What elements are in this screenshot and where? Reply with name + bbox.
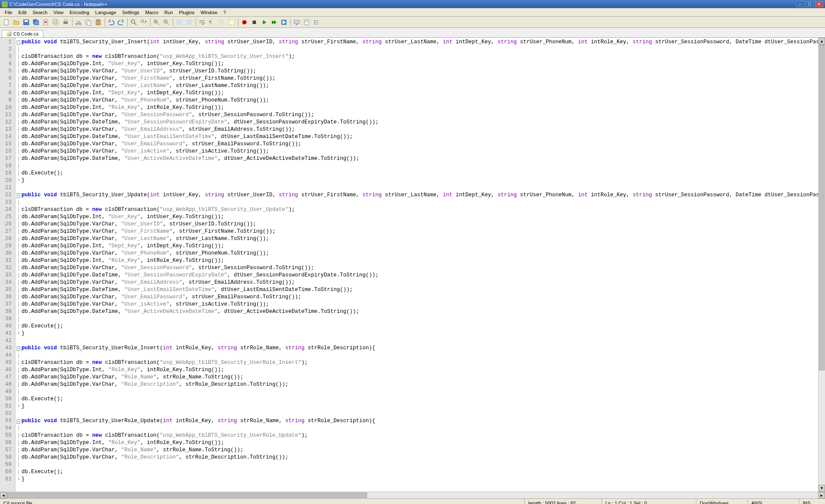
monitor-icon[interactable] [292,18,301,27]
show-all-icon[interactable]: ¶ [207,18,217,27]
scroll-thumb-v[interactable] [819,45,825,370]
code-line[interactable]: db.AddParam(SqlDbType.VarChar, "User_isA… [21,148,818,155]
code-line[interactable]: db.AddParam(SqlDbType.DateTime, "User_La… [21,286,818,294]
code-line[interactable]: db.AddParam(SqlDbType.VarChar, "User_Ses… [21,264,818,272]
save-all-icon[interactable] [31,18,41,27]
menu-plugins[interactable]: Plugins [176,9,198,16]
cut-icon[interactable] [74,18,83,27]
open-icon[interactable] [12,18,21,27]
code-line[interactable] [21,388,818,396]
close-all-icon[interactable] [51,18,60,27]
code-line[interactable]: db.AddParam(SqlDbType.DateTime, "User_Se… [21,272,818,279]
copy-icon[interactable] [84,18,93,27]
code-line[interactable]: db.AddParam(SqlDbType.Int, "Role_Key", i… [21,366,818,374]
menu-view[interactable]: View [51,9,67,16]
indent-guide-icon[interactable] [217,18,226,27]
code-line[interactable]: db.AddParam(SqlDbType.VarChar, "Role_Des… [21,454,818,461]
undo-icon[interactable] [106,18,116,27]
menu-window[interactable]: Window [198,9,220,16]
code-line[interactable] [21,46,818,53]
scroll-thumb-h[interactable] [7,492,367,498]
sync-v-icon[interactable] [175,18,184,27]
print-icon[interactable] [61,18,70,27]
close-button[interactable]: ✕ [815,1,823,7]
code-line[interactable]: clsDBTransaction db = new clsDBTransacti… [21,432,818,439]
menu-run[interactable]: Run [161,9,176,16]
code-line[interactable]: db.AddParam(SqlDbType.DateTime, "User_Se… [21,119,818,126]
code-line[interactable]: db.AddParam(SqlDbType.VarChar, "Role_Nam… [21,447,818,454]
menu-encoding[interactable]: Encoding [66,9,92,16]
code-line[interactable]: db.AddParam(SqlDbType.VarChar, "User_Ema… [21,126,818,133]
code-line[interactable]: db.AddParam(SqlDbType.Int, "Role_Key", i… [21,257,818,264]
code-line[interactable]: db.AddParam(SqlDbType.DateTime, "User_Ac… [21,155,818,162]
replace-icon[interactable] [139,18,148,27]
code-line[interactable]: clsDBTransaction db = new clsDBTransacti… [21,359,818,366]
zoom-out-icon[interactable] [162,18,171,27]
new-icon[interactable] [2,18,11,27]
code-line[interactable]: db.AddParam(SqlDbType.Int, "User_Key", i… [21,60,818,68]
zoom-in-icon[interactable] [152,18,161,27]
code-line[interactable]: db.AddParam(SqlDbType.VarChar, "Role_Des… [21,381,818,388]
paste-icon[interactable] [93,18,103,27]
code-line[interactable] [21,184,818,192]
fold-column[interactable]: −││││││││││││││││││└−││││││││││││││││││└… [15,38,21,492]
code-line[interactable]: db.AddParam(SqlDbType.VarChar, "User_Use… [21,68,818,75]
code-line[interactable]: db.Execute(); [21,323,818,330]
func-list-icon[interactable] [312,18,321,27]
code-line[interactable]: } [21,476,818,483]
code-line[interactable] [21,425,818,432]
code-line[interactable]: public void tblBTS_Security_UserRole_Ins… [21,345,818,352]
code-line[interactable]: db.AddParam(SqlDbType.DateTime, "User_Ac… [21,308,818,315]
code-line[interactable]: db.AddParam(SqlDbType.VarChar, "User_Use… [21,221,818,228]
code-line[interactable]: db.AddParam(SqlDbType.VarChar, "User_isA… [21,301,818,308]
minimize-button[interactable]: ─ [796,1,804,7]
code-line[interactable]: } [21,177,818,184]
scroll-right-arrow[interactable]: ► [818,492,825,498]
code-line[interactable]: db.AddParam(SqlDbType.DateTime, "User_La… [21,133,818,141]
save-macro-icon[interactable] [279,18,289,27]
code-line[interactable]: db.AddParam(SqlDbType.Int, "User_Key", i… [21,213,818,221]
code-line[interactable]: db.AddParam(SqlDbType.VarChar, "User_Ses… [21,111,818,119]
code-line[interactable]: db.AddParam(SqlDbType.VarChar, "User_Las… [21,235,818,243]
code-line[interactable]: public void tblBTS_Security_UserRole_Upd… [21,417,818,425]
code-line[interactable]: db.AddParam(SqlDbType.VarChar, "User_Ema… [21,279,818,286]
code-line[interactable] [21,315,818,323]
play-multi-icon[interactable] [269,18,279,27]
code-line[interactable]: db.AddParam(SqlDbType.VarChar, "User_Fir… [21,75,818,82]
code-area[interactable]: public void tblBTS_Security_User_Insert(… [21,38,818,492]
code-line[interactable]: db.Execute(); [21,468,818,476]
tab-cs-code[interactable]: CS Code.cs [2,30,43,37]
code-line[interactable]: db.Execute(); [21,396,818,403]
scroll-down-arrow[interactable]: ▼ [819,485,825,492]
record-icon[interactable] [240,18,249,27]
code-line[interactable]: clsDBTransaction db = new clsDBTransacti… [21,206,818,213]
menu-language[interactable]: Language [92,9,119,16]
code-line[interactable]: } [21,403,818,410]
code-line[interactable] [21,199,818,206]
find-icon[interactable] [129,18,139,27]
code-line[interactable]: db.AddParam(SqlDbType.VarChar, "User_Ema… [21,294,818,301]
play-icon[interactable] [259,18,269,27]
code-line[interactable]: db.AddParam(SqlDbType.VarChar, "User_Ema… [21,141,818,148]
wrap-icon[interactable] [197,18,207,27]
code-line[interactable]: public void tblBTS_Security_User_Insert(… [21,39,818,46]
close-icon[interactable] [41,18,51,27]
code-line[interactable]: } [21,330,818,337]
vertical-scrollbar[interactable]: ▲ ▼ [818,38,825,492]
code-line[interactable]: db.AddParam(SqlDbType.VarChar, "User_Pho… [21,250,818,257]
menu-file[interactable]: File [2,9,15,16]
menu-[interactable]: ? [220,9,229,16]
save-icon[interactable] [21,18,31,27]
maximize-button[interactable]: ☐ [805,1,814,7]
code-line[interactable] [21,162,818,170]
menu-macro[interactable]: Macro [142,9,162,16]
sync-h-icon[interactable] [184,18,194,27]
code-line[interactable]: db.AddParam(SqlDbType.Int, "Role_Key", i… [21,104,818,111]
horizontal-scrollbar[interactable]: ◄ ► [0,492,825,498]
code-line[interactable]: public void tblBTS_Security_User_Update(… [21,192,818,199]
code-line[interactable] [21,410,818,417]
code-line[interactable]: db.AddParam(SqlDbType.VarChar, "User_Pho… [21,97,818,104]
code-line[interactable]: db.AddParam(SqlDbType.VarChar, "User_Fir… [21,228,818,235]
scroll-left-arrow[interactable]: ◄ [0,492,7,498]
scroll-up-arrow[interactable]: ▲ [819,38,825,45]
